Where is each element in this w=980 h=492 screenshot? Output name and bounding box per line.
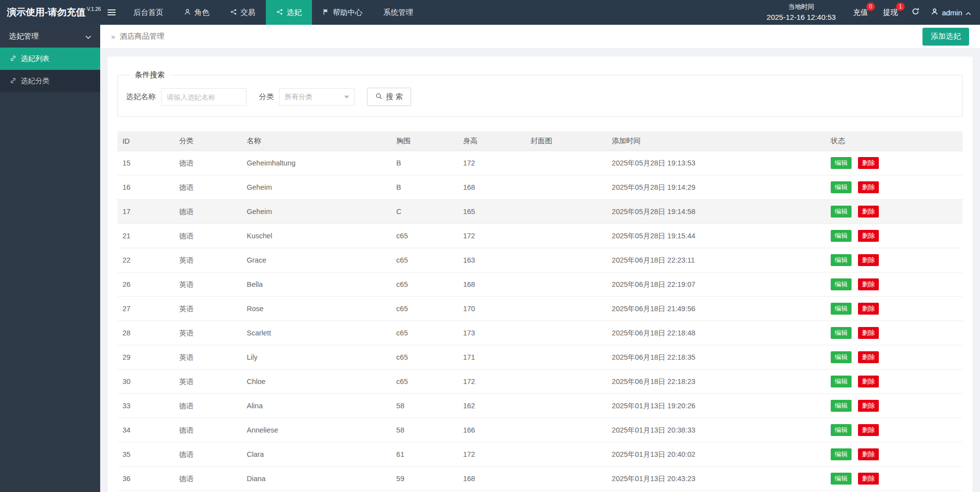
delete-button[interactable]: 删除 (858, 473, 879, 485)
cell-cover (526, 248, 607, 273)
nav-item-xuanfei[interactable]: 选妃 (266, 0, 312, 25)
cell-time: 2025年06月18日 22:23:11 (607, 248, 826, 273)
col-id: ID (118, 131, 174, 151)
cell-bust: c65 (391, 224, 458, 248)
table-row: 28 英语 Scarlett c65 173 2025年06月18日 22:18… (118, 321, 963, 345)
delete-button[interactable]: 删除 (858, 448, 879, 460)
delete-button[interactable]: 删除 (858, 376, 879, 387)
page-title: 酒店商品管理 (120, 32, 164, 41)
cell-id: 22 (118, 248, 174, 273)
col-name: 名称 (242, 131, 391, 151)
cell-id: 17 (118, 200, 174, 224)
delete-button[interactable]: 删除 (858, 424, 879, 436)
category-select[interactable]: 所有分类 (279, 88, 355, 106)
cell-id: 35 (118, 442, 174, 467)
sidebar-item-xuanfei-list[interactable]: 选妃列表 (0, 48, 100, 70)
delete-button[interactable]: 删除 (858, 327, 879, 339)
local-time-label: 当地时间 (767, 2, 836, 11)
add-xuanfei-button[interactable]: 添加选妃 (922, 28, 969, 46)
cell-height: 165 (458, 200, 526, 224)
edit-button[interactable]: 编辑 (831, 157, 852, 169)
nav-item-help[interactable]: 帮助中心 (312, 0, 373, 25)
cell-id: 16 (118, 175, 174, 200)
edit-button[interactable]: 编辑 (831, 278, 852, 290)
brand-text: 演示使用-请勿充值 (7, 6, 85, 19)
cell-bust: B (391, 151, 458, 175)
cell-id: 26 (118, 273, 174, 297)
cell-time: 2025年01月13日 20:38:33 (607, 418, 826, 442)
name-filter-input[interactable] (161, 88, 246, 106)
cell-bust: C (391, 200, 458, 224)
edit-button[interactable]: 编辑 (831, 181, 852, 193)
delete-button[interactable]: 删除 (858, 206, 879, 218)
navbar-right: 当地时间 2025-12-16 12:40:53 充值 0 提现 1 admin (757, 0, 980, 25)
cell-cover (526, 370, 607, 394)
cell-actions: 编辑 删除 (826, 273, 963, 297)
nav-item-role[interactable]: 角色 (174, 0, 220, 25)
delete-button[interactable]: 删除 (858, 303, 879, 315)
sidebar-item-xuanfei-category[interactable]: 选妃分类 (0, 70, 100, 92)
search-button[interactable]: 搜 索 (367, 88, 411, 106)
edit-button[interactable]: 编辑 (831, 376, 852, 387)
brand-title: 演示使用-请勿充值 V.1.26 (0, 0, 100, 25)
link-icon (10, 77, 16, 85)
edit-button[interactable]: 编辑 (831, 206, 852, 218)
content-panel: 条件搜索 选妃名称 分类 所有分类 搜 索 (108, 56, 973, 492)
edit-button[interactable]: 编辑 (831, 400, 852, 412)
edit-button[interactable]: 编辑 (831, 254, 852, 266)
recharge-button[interactable]: 充值 0 (846, 0, 875, 25)
cell-cover (526, 442, 607, 467)
share-icon (276, 8, 283, 17)
nav-item-home[interactable]: 后台首页 (123, 0, 174, 25)
cell-actions: 编辑 删除 (826, 224, 963, 248)
cell-name: Geheim (242, 175, 391, 200)
delete-button[interactable]: 删除 (858, 230, 879, 242)
flag-icon (322, 8, 329, 17)
user-menu[interactable]: admin (926, 8, 980, 17)
cell-time: 2025年05月28日 19:14:29 (607, 175, 826, 200)
edit-button[interactable]: 编辑 (831, 303, 852, 315)
cell-height: 168 (458, 467, 526, 491)
table-row: 36 德语 Diana 59 168 2025年01月13日 20:43:23 … (118, 467, 963, 491)
nav-item-trade[interactable]: 交易 (220, 0, 266, 25)
cell-cover (526, 321, 607, 345)
nav-item-label: 选妃 (287, 8, 302, 17)
nav-item-system[interactable]: 系统管理 (373, 0, 424, 25)
cell-actions: 编辑 删除 (826, 200, 963, 224)
main-nav: 后台首页 角色 交易 选妃 帮助中心 系统管理 (123, 0, 424, 25)
delete-button[interactable]: 删除 (858, 351, 879, 363)
cell-time: 2025年06月18日 22:18:48 (607, 321, 826, 345)
delete-button[interactable]: 删除 (858, 254, 879, 266)
cell-category: 德语 (174, 418, 242, 442)
delete-button[interactable]: 删除 (858, 181, 879, 193)
delete-button[interactable]: 删除 (858, 157, 879, 169)
edit-button[interactable]: 编辑 (831, 327, 852, 339)
cell-id: 15 (118, 151, 174, 175)
table-row: 15 德语 Geheimhaltung B 172 2025年05月28日 19… (118, 151, 963, 175)
cell-time: 2025年06月18日 22:18:35 (607, 345, 826, 370)
cell-name: Lily (242, 345, 391, 370)
edit-button[interactable]: 编辑 (831, 424, 852, 436)
refresh-button[interactable] (905, 7, 926, 17)
withdraw-label: 提现 (883, 8, 898, 17)
cell-bust: c65 (391, 370, 458, 394)
edit-button[interactable]: 编辑 (831, 448, 852, 460)
edit-button[interactable]: 编辑 (831, 351, 852, 363)
withdraw-button[interactable]: 提现 1 (875, 0, 905, 25)
sidebar-section-xuanfei[interactable]: 选妃管理 (0, 25, 100, 48)
edit-button[interactable]: 编辑 (831, 230, 852, 242)
cell-category: 德语 (174, 224, 242, 248)
cell-height: 172 (458, 224, 526, 248)
delete-button[interactable]: 删除 (858, 400, 879, 412)
delete-button[interactable]: 删除 (858, 278, 879, 290)
cell-category: 英语 (174, 273, 242, 297)
sidebar-toggle-button[interactable] (100, 0, 123, 25)
table-row: 33 德语 Alina 58 162 2025年01月13日 19:20:26 … (118, 394, 963, 418)
cell-name: Grace (242, 248, 391, 273)
cell-id: 27 (118, 297, 174, 321)
cell-category: 德语 (174, 442, 242, 467)
cell-height: 171 (458, 345, 526, 370)
withdraw-badge: 1 (896, 2, 905, 11)
chevron-up-icon (966, 8, 971, 17)
edit-button[interactable]: 编辑 (831, 473, 852, 485)
